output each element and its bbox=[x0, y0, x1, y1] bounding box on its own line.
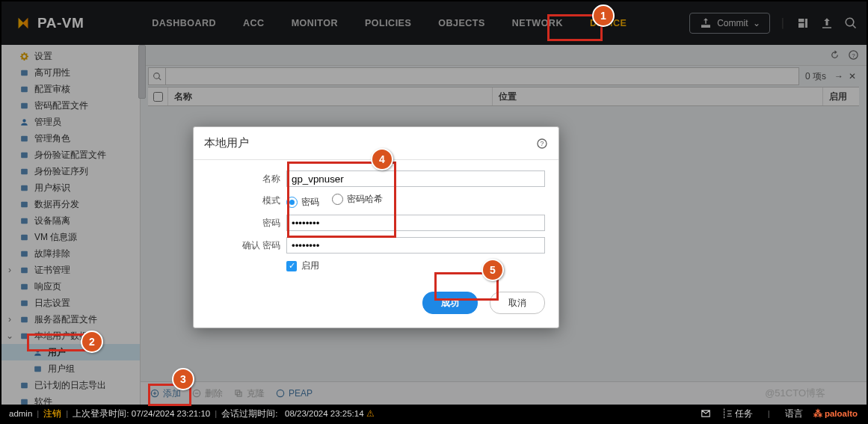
name-label: 名称 bbox=[207, 173, 286, 185]
svg-rect-0 bbox=[21, 70, 28, 76]
divider: │ bbox=[781, 18, 787, 28]
callout-box-2 bbox=[27, 334, 88, 351]
group-icon bbox=[31, 363, 43, 374]
troubleshoot-icon bbox=[18, 248, 30, 259]
sidebar-item-label: 软件 bbox=[34, 395, 52, 405]
sidebar-item-0[interactable]: 设置 bbox=[1, 48, 140, 64]
col-enable[interactable]: 启用 bbox=[823, 87, 859, 105]
sidebar-item-9[interactable]: 数据再分发 bbox=[1, 196, 140, 212]
vendor-logo: ⁂ paloalto bbox=[813, 408, 858, 419]
sidebar-item-5[interactable]: 管理角色 bbox=[1, 130, 140, 147]
sidebar-item-label: 身份验证序列 bbox=[34, 165, 88, 178]
delete-button[interactable]: 删除 bbox=[191, 387, 223, 400]
status-right: ┊Ξ 任务 | 语言 ⁂ paloalto bbox=[701, 408, 858, 420]
svg-rect-8 bbox=[21, 218, 28, 224]
tab-acc[interactable]: ACC bbox=[230, 1, 278, 45]
sidebar-item-label: 数据再分发 bbox=[34, 197, 79, 211]
enable-checkbox[interactable]: ✓启用 bbox=[286, 259, 319, 272]
sidebar-item-3[interactable]: 密码配置文件 bbox=[1, 97, 140, 114]
dialog-actions: 成功 取消 bbox=[194, 283, 558, 328]
main-toolbar: ? bbox=[141, 45, 867, 66]
col-location[interactable]: 位置 bbox=[493, 87, 823, 105]
export-icon[interactable] bbox=[820, 16, 834, 30]
export-icon bbox=[18, 380, 30, 390]
logout-link[interactable]: 注销 bbox=[43, 408, 61, 420]
dialog-help-icon[interactable]: ? bbox=[536, 138, 548, 150]
tab-policies[interactable]: POLICIES bbox=[351, 1, 425, 45]
sidebar-item-13[interactable]: ›证书管理 bbox=[1, 262, 140, 278]
sidebar-item-label: 已计划的日志导出 bbox=[34, 378, 106, 392]
sidebar-item-20[interactable]: 已计划的日志导出 bbox=[1, 377, 140, 393]
peap-button[interactable]: PEAP bbox=[275, 388, 313, 399]
sidebar-item-8[interactable]: 用户标识 bbox=[1, 179, 140, 196]
status-bar: admin | 注销 | 上次登录时间: 07/24/2024 23:21:10… bbox=[1, 405, 867, 423]
mode-label: 模式 bbox=[207, 194, 286, 207]
sidebar-item-6[interactable]: 身份验证配置文件 bbox=[1, 147, 140, 163]
next-icon[interactable]: → bbox=[832, 71, 846, 82]
bottom-toolbar: 添加 删除 克隆 PEAP bbox=[141, 381, 867, 405]
dialog-title: 本地用户 bbox=[204, 136, 249, 150]
sidebar-item-21[interactable]: 软件 bbox=[1, 393, 140, 405]
sidebar-item-1[interactable]: 高可用性 bbox=[1, 64, 140, 81]
sidebar-item-label: 服务器配置文件 bbox=[34, 313, 97, 326]
search-icon[interactable] bbox=[844, 16, 858, 30]
checkbox-checked-icon: ✓ bbox=[286, 261, 297, 271]
callout-3: 3 bbox=[172, 368, 194, 390]
sidebar-item-label: 设置 bbox=[34, 49, 52, 63]
sidebar-item-4[interactable]: 管理员 bbox=[1, 114, 140, 130]
svg-text:?: ? bbox=[852, 52, 855, 59]
tab-objects[interactable]: OBJECTS bbox=[425, 1, 499, 45]
sidebar-item-19[interactable]: 用户组 bbox=[1, 360, 140, 377]
sidebar-item-12[interactable]: 故障排除 bbox=[1, 245, 140, 262]
warning-icon: ⚠ bbox=[366, 408, 375, 419]
tab-monitor[interactable]: MONITOR bbox=[278, 1, 351, 45]
chevron-down-icon: ⌄ bbox=[753, 18, 760, 28]
sidebar-item-2[interactable]: 配置审核 bbox=[1, 81, 140, 97]
sidebar-item-7[interactable]: 身份验证序列 bbox=[1, 163, 140, 179]
vm-icon bbox=[18, 232, 30, 242]
brand-name: PA-VM bbox=[37, 15, 84, 31]
mail-icon[interactable] bbox=[701, 408, 711, 419]
software-icon bbox=[18, 396, 30, 405]
session-value: 08/23/2024 23:25:14 bbox=[285, 409, 364, 418]
help-icon[interactable]: ? bbox=[848, 49, 859, 61]
commit-button[interactable]: Commit ⌄ bbox=[689, 13, 769, 34]
config-icon[interactable] bbox=[796, 16, 810, 30]
language-link[interactable]: 语言 bbox=[785, 408, 803, 420]
peap-label: PEAP bbox=[289, 388, 313, 399]
sidebar-item-11[interactable]: VM 信息源 bbox=[1, 229, 140, 245]
col-name[interactable]: 名称 bbox=[168, 87, 493, 105]
svg-point-26 bbox=[277, 390, 283, 396]
tab-dashboard[interactable]: DASHBOARD bbox=[138, 1, 230, 45]
search-input[interactable] bbox=[165, 67, 799, 85]
search-icon[interactable] bbox=[148, 67, 165, 85]
clone-icon bbox=[233, 388, 244, 399]
expand-icon[interactable]: › bbox=[6, 313, 13, 326]
sidebar-item-10[interactable]: 设备隔离 bbox=[1, 212, 140, 229]
clone-label: 克隆 bbox=[247, 387, 265, 400]
gear-icon bbox=[18, 51, 30, 61]
authseq-icon bbox=[18, 166, 30, 176]
callout-5: 5 bbox=[481, 259, 504, 281]
sidebar-item-label: VM 信息源 bbox=[34, 230, 77, 244]
watermark: @51CTO博客 bbox=[765, 387, 825, 400]
refresh-icon[interactable] bbox=[829, 49, 840, 61]
sidebar-item-15[interactable]: 日志设置 bbox=[1, 295, 140, 311]
clone-button[interactable]: 克隆 bbox=[233, 387, 265, 400]
ha-icon bbox=[18, 67, 30, 78]
select-all-checkbox[interactable] bbox=[153, 92, 163, 102]
clear-icon[interactable]: ✕ bbox=[846, 71, 859, 82]
sidebar-item-14[interactable]: 响应页 bbox=[1, 278, 140, 295]
svg-rect-17 bbox=[21, 382, 28, 388]
sidebar-item-16[interactable]: ›服务器配置文件 bbox=[1, 311, 140, 328]
sidebar-item-label: 证书管理 bbox=[34, 263, 70, 277]
minus-circle-icon bbox=[191, 388, 202, 399]
tasks-link[interactable]: ┊Ξ 任务 bbox=[721, 408, 753, 420]
cert-icon bbox=[18, 265, 30, 275]
sidebar-resize-handle[interactable] bbox=[138, 45, 146, 99]
svg-rect-18 bbox=[21, 399, 28, 405]
col-select[interactable] bbox=[148, 87, 168, 105]
expand-icon[interactable]: › bbox=[6, 263, 13, 277]
expand-icon[interactable]: ⌄ bbox=[6, 329, 13, 342]
confirm-password-field[interactable] bbox=[286, 237, 545, 254]
